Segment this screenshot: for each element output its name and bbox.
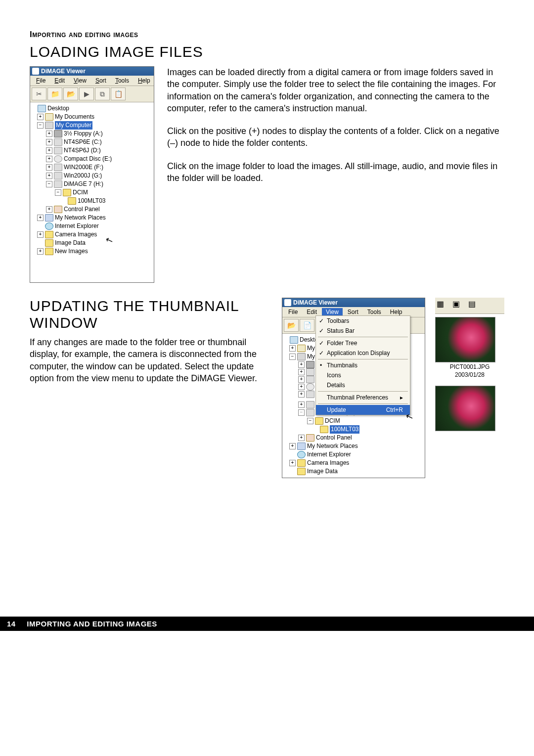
expand-icon[interactable]: + xyxy=(46,173,52,179)
expand-icon[interactable]: + xyxy=(37,248,44,255)
menu-edit[interactable]: Edit xyxy=(303,308,321,316)
expand-icon[interactable]: + xyxy=(298,391,305,398)
collapse-icon[interactable]: − xyxy=(46,181,52,187)
menu-sort[interactable]: Sort xyxy=(344,308,362,316)
expand-icon[interactable]: + xyxy=(289,443,296,449)
shortcut-label: Ctrl+R xyxy=(386,406,403,413)
expand-icon[interactable]: + xyxy=(298,435,305,441)
tree-mycomputer[interactable]: My Computer xyxy=(55,121,92,130)
tree-c[interactable]: NT4SP6E (C:) xyxy=(64,138,102,146)
tool-folder-icon[interactable]: 📁 xyxy=(47,88,62,100)
folder-icon xyxy=(297,459,306,467)
thumb-view1-icon[interactable]: ▦ xyxy=(437,299,451,312)
expand-icon[interactable]: + xyxy=(46,147,52,154)
expand-icon[interactable]: + xyxy=(46,206,52,213)
tool-copy-icon[interactable]: ⧉ xyxy=(95,88,110,100)
tree-imgdata[interactable]: Image Data xyxy=(307,467,338,476)
expand-icon[interactable]: + xyxy=(289,345,296,352)
tool-new-icon[interactable]: 📄 xyxy=(300,319,314,332)
tree-my-short[interactable]: My xyxy=(307,344,315,353)
menu-help[interactable]: Help xyxy=(386,308,406,316)
collapse-icon[interactable]: − xyxy=(37,122,44,129)
titlebar[interactable]: DiMAGE Viewer xyxy=(282,298,425,307)
menu-tools[interactable]: Tools xyxy=(363,308,385,316)
menu-appicon[interactable]: Application Icon Display xyxy=(316,348,410,358)
thumbnail-image[interactable] xyxy=(435,386,495,431)
tree-h[interactable]: DiMAGE 7 (H:) xyxy=(64,180,103,188)
tree-desktop[interactable]: Desktop xyxy=(47,104,69,113)
tree-cam[interactable]: Camera Images xyxy=(55,230,97,239)
folder-tree[interactable]: Desktop +My Documents −My Computer +3½ F… xyxy=(30,102,154,282)
tree-dcim[interactable]: DCIM xyxy=(73,188,88,197)
collapse-icon[interactable]: − xyxy=(55,189,61,196)
menu-thumbnails[interactable]: Thumbnails xyxy=(316,360,410,370)
menu-tools[interactable]: Tools xyxy=(111,77,133,85)
expand-icon[interactable]: + xyxy=(46,131,52,137)
thumb-view3-icon[interactable]: ▤ xyxy=(468,299,483,312)
tool-paste-icon[interactable]: 📋 xyxy=(111,88,126,100)
expand-icon[interactable]: + xyxy=(298,361,305,368)
menu-edit[interactable]: Edit xyxy=(50,77,69,85)
desktop-icon xyxy=(290,336,298,344)
tree-cam[interactable]: Camera Images xyxy=(307,459,349,467)
menu-icons[interactable]: Icons xyxy=(316,370,410,380)
expand-icon[interactable]: + xyxy=(46,164,52,171)
menu-sort[interactable]: Sort xyxy=(91,77,110,85)
tree-ie[interactable]: Internet Explorer xyxy=(307,450,351,459)
cd-icon xyxy=(306,383,314,391)
menu-toolbars[interactable]: Toolbars xyxy=(316,316,410,326)
tree-d[interactable]: NT4SP6J (D:) xyxy=(64,146,101,155)
menu-view[interactable]: View xyxy=(70,77,90,85)
expand-icon[interactable]: + xyxy=(37,231,44,238)
tree-e[interactable]: Compact Disc (E:) xyxy=(64,155,112,163)
titlebar[interactable]: DiMAGE Viewer xyxy=(30,67,154,76)
expand-icon[interactable]: + xyxy=(37,215,44,221)
tree-mydocs[interactable]: My Documents xyxy=(55,113,94,121)
tree-imgdata[interactable]: Image Data xyxy=(55,239,86,247)
tree-cp[interactable]: Control Panel xyxy=(64,205,100,214)
menu-details[interactable]: Details xyxy=(316,380,410,390)
tool-cut-icon[interactable]: ✂ xyxy=(32,88,46,100)
tree-leaf[interactable]: 100MLT03 xyxy=(78,197,105,205)
menu-thumbprefs[interactable]: Thumbnail Preferences▸ xyxy=(316,393,410,402)
menu-help[interactable]: Help xyxy=(134,77,154,85)
view-dropdown[interactable]: Toolbars Status Bar Folder Tree Applicat… xyxy=(315,315,410,415)
tree-dcim[interactable]: DCIM xyxy=(325,417,340,425)
network-icon xyxy=(297,443,306,450)
menu-file[interactable]: File xyxy=(284,308,302,316)
tree-floppy[interactable]: 3½ Floppy (A:) xyxy=(64,130,103,138)
tree-net[interactable]: My Network Places xyxy=(307,442,358,450)
menu-view[interactable]: View xyxy=(322,308,343,316)
heading-loading: LOADING IMAGE FILES xyxy=(30,44,504,60)
expand-icon[interactable]: + xyxy=(298,401,305,408)
collapse-icon[interactable]: − xyxy=(298,409,305,416)
ie-icon xyxy=(297,451,306,458)
thumb-view2-icon[interactable]: ▣ xyxy=(452,299,467,312)
tool-run-icon[interactable]: ▶ xyxy=(79,88,94,100)
expand-icon[interactable]: + xyxy=(298,384,305,390)
tree-f[interactable]: WIN2000E (F:) xyxy=(64,163,103,172)
tool-open-icon[interactable]: 📂 xyxy=(284,319,299,332)
tree-net[interactable]: My Network Places xyxy=(55,214,106,222)
app-icon xyxy=(32,68,39,75)
menu-statusbar[interactable]: Status Bar xyxy=(316,326,410,336)
expand-icon[interactable]: + xyxy=(289,460,296,466)
expand-icon[interactable]: + xyxy=(298,369,305,375)
tree-ie[interactable]: Internet Explorer xyxy=(55,222,99,230)
menu-update[interactable]: UpdateCtrl+R xyxy=(316,405,410,415)
tree-my-short2[interactable]: My xyxy=(307,353,315,361)
tree-g[interactable]: Win2000J (G:) xyxy=(64,172,102,180)
tool-folder2-icon[interactable]: 📂 xyxy=(63,88,78,100)
collapse-icon[interactable]: − xyxy=(307,418,313,424)
expand-icon[interactable]: + xyxy=(298,376,305,383)
expand-icon[interactable]: + xyxy=(46,156,52,162)
expand-icon[interactable]: + xyxy=(37,114,44,120)
tree-newimg[interactable]: New Images xyxy=(55,247,88,256)
menu-foldertree[interactable]: Folder Tree xyxy=(316,338,410,348)
thumbnail-image[interactable] xyxy=(435,317,495,362)
collapse-icon[interactable]: − xyxy=(289,354,296,360)
tree-leaf[interactable]: 100MLT03 xyxy=(330,425,359,434)
expand-icon[interactable]: + xyxy=(46,139,52,145)
tree-cp[interactable]: Control Panel xyxy=(316,434,352,442)
menu-file[interactable]: File xyxy=(32,77,49,85)
